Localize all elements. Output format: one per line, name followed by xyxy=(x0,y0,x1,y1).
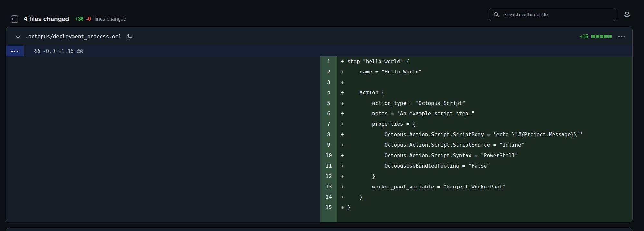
added-code-line[interactable]: + Octopus.Action.Script.Syntax = "PowerS… xyxy=(337,150,632,161)
addition-marker: + xyxy=(341,119,347,129)
added-code-line[interactable]: + worker_pool_variable = "Project.Worker… xyxy=(337,182,632,192)
code-text: step "hello-world" { xyxy=(347,56,409,67)
diff-row: 9+ Octopus.Action.Script.ScriptSource = … xyxy=(6,140,632,150)
additions-count: +36 xyxy=(75,16,83,22)
no-newline-row xyxy=(6,213,632,222)
files-changed-title: 4 files changed xyxy=(24,15,69,23)
line-number[interactable]: 9 xyxy=(320,140,337,150)
addition-marker: + xyxy=(341,88,347,98)
empty-old-cell xyxy=(6,202,320,213)
diffstat-squares xyxy=(591,35,612,38)
search-box xyxy=(489,8,616,21)
next-file-card-edge[interactable] xyxy=(6,228,633,231)
code-text: properties = { xyxy=(347,119,416,129)
added-code-line[interactable]: + Octopus.Action.Script.ScriptSource = "… xyxy=(337,140,632,150)
line-number[interactable]: 11 xyxy=(320,161,337,171)
code-text: name = "Hello World" xyxy=(347,67,422,77)
addition-marker: + xyxy=(341,56,347,67)
line-number[interactable]: 7 xyxy=(320,119,337,129)
empty-old-cell xyxy=(6,98,320,109)
diffstat-square xyxy=(596,35,599,38)
file-path: .octopus/deployment_process.ocl xyxy=(25,34,121,40)
sidebar-expand-icon xyxy=(11,15,18,23)
diffstat-square xyxy=(604,35,608,38)
line-number[interactable]: 5 xyxy=(320,98,337,109)
settings-button[interactable]: ⚙ xyxy=(623,11,631,19)
file-options-button[interactable] xyxy=(618,36,626,37)
diff-row: 6+ notes = "An example script step." xyxy=(6,109,632,119)
empty-old-cell xyxy=(6,88,320,98)
empty-old-cell xyxy=(6,171,320,181)
file-header: .octopus/deployment_process.ocl +15 xyxy=(6,27,632,46)
line-number[interactable]: 14 xyxy=(320,192,337,202)
line-number[interactable]: 1 xyxy=(320,56,337,67)
code-text: } xyxy=(347,192,363,202)
sidebar-expand-button[interactable] xyxy=(10,14,19,24)
empty-old-cell xyxy=(6,67,320,77)
line-number[interactable]: 3 xyxy=(320,77,337,88)
line-number[interactable]: 10 xyxy=(320,150,337,161)
lines-changed-label: lines changed xyxy=(95,16,127,22)
code-text: Octopus.Action.Script.ScriptSource = "In… xyxy=(347,140,524,150)
diff-row: 14+ } xyxy=(6,192,632,202)
added-code-line[interactable]: +step "hello-world" { xyxy=(337,56,632,67)
code-text: Octopus.Action.Script.Syntax = "PowerShe… xyxy=(347,150,518,161)
line-number[interactable]: 12 xyxy=(320,171,337,181)
diff-row: 8+ Octopus.Action.Script.ScriptBody = "e… xyxy=(6,130,632,140)
code-text: } xyxy=(347,202,351,213)
line-number[interactable]: 2 xyxy=(320,67,337,77)
line-number[interactable]: 4 xyxy=(320,88,337,98)
collapse-file-button[interactable] xyxy=(15,34,21,40)
diffstat-square xyxy=(591,35,595,38)
empty-old-cell xyxy=(6,182,320,192)
code-text: OctopusUseBundledTooling = "False" xyxy=(347,161,490,171)
empty-old-cell xyxy=(6,77,320,88)
diff-row: 2+ name = "Hello World" xyxy=(6,67,632,77)
file-diff-card: .octopus/deployment_process.ocl +15 xyxy=(6,27,633,222)
added-code-line[interactable]: + properties = { xyxy=(337,119,632,129)
addition-marker: + xyxy=(341,77,347,88)
code-text: notes = "An example script step." xyxy=(347,109,475,119)
search-icon xyxy=(493,12,499,18)
addition-marker: + xyxy=(341,202,347,213)
line-number[interactable]: 6 xyxy=(320,109,337,119)
added-code-line[interactable]: + notes = "An example script step." xyxy=(337,109,632,119)
addition-marker: + xyxy=(341,109,347,119)
added-code-line[interactable]: + } xyxy=(337,171,632,181)
addition-marker: + xyxy=(341,140,347,150)
kebab-menu-icon xyxy=(618,36,625,37)
top-header: 4 files changed +36 -0 lines changed ⚙ xyxy=(0,0,644,27)
added-code-line[interactable]: + action { xyxy=(337,88,632,98)
diff-row: 13+ worker_pool_variable = "Project.Work… xyxy=(6,182,632,192)
hunk-header-row: @@ -0,0 +1,15 @@ xyxy=(6,46,632,56)
diff-row: 4+ action { xyxy=(6,88,632,98)
diff-row: 7+ properties = { xyxy=(6,119,632,129)
expand-hunk-button[interactable] xyxy=(6,46,24,56)
empty-old-cell xyxy=(6,130,320,140)
empty-old-cell xyxy=(6,56,320,67)
ellipsis-expand-icon xyxy=(11,51,18,52)
hunk-header-text: @@ -0,0 +1,15 @@ xyxy=(34,48,83,54)
line-number[interactable]: 15 xyxy=(320,202,337,213)
gear-icon: ⚙ xyxy=(623,10,630,19)
line-number[interactable]: 13 xyxy=(320,182,337,192)
added-code-line[interactable]: + name = "Hello World" xyxy=(337,67,632,77)
added-code-line[interactable]: + xyxy=(337,77,632,88)
addition-marker: + xyxy=(341,192,347,202)
added-code-line[interactable]: +} xyxy=(337,202,632,213)
empty-old-cell xyxy=(6,213,320,222)
empty-old-cell xyxy=(6,119,320,129)
line-number[interactable]: 8 xyxy=(320,130,337,140)
addition-marker: + xyxy=(341,171,347,181)
code-text: Octopus.Action.Script.ScriptBody = "echo… xyxy=(347,130,583,140)
added-code-line[interactable]: + } xyxy=(337,192,632,202)
added-code-line[interactable]: + OctopusUseBundledTooling = "False" xyxy=(337,161,632,171)
empty-old-cell xyxy=(6,140,320,150)
diff-row: 1+step "hello-world" { xyxy=(6,56,632,67)
empty-old-cell xyxy=(6,192,320,202)
search-input[interactable] xyxy=(503,11,612,18)
added-code-line[interactable]: + Octopus.Action.Script.ScriptBody = "ec… xyxy=(337,130,632,140)
added-code-line[interactable]: + action_type = "Octopus.Script" xyxy=(337,98,632,109)
copy-path-button[interactable] xyxy=(126,33,133,40)
empty-old-cell xyxy=(6,161,320,171)
